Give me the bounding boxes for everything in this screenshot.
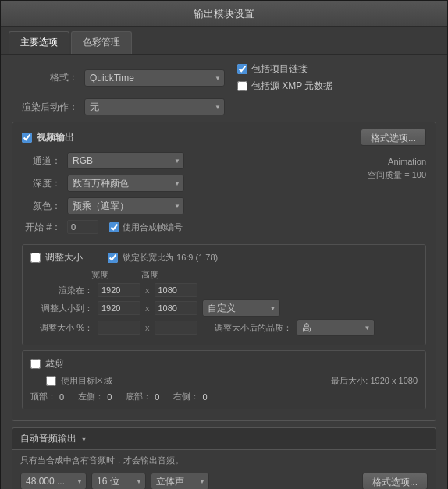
tab-color[interactable]: 色彩管理 [71,31,132,54]
video-format-options-btn[interactable]: 格式选项... [361,129,426,146]
resize-to-height-input[interactable] [155,301,197,315]
render-action-select-wrapper: 无 [84,98,225,115]
video-output-checkbox[interactable] [22,133,32,143]
resize-to-row: 调整大小到： x 自定义 [30,299,418,317]
crop-fields: 顶部： 0 左侧： 0 底部： 0 右侧： 0 [30,391,418,402]
crop-left: 左侧： 0 [78,391,112,402]
start-label: 开始 #： [22,221,61,234]
title-bar: 输出模块设置 [1,1,447,27]
format-label: 格式： [12,71,78,84]
audio-section: 只有当合成中含有音频时，才会输出音频。 48.000 ... 16 位 [12,449,436,489]
crop-top-value: 0 [59,392,64,402]
depth-row: 深度： 数百万种颜色 [22,175,340,192]
color-label: 颜色： [22,200,61,213]
crop-bottom-label: 底部： [126,391,151,402]
animation-line1: Animation [348,155,426,168]
render-action-select[interactable]: 无 [84,98,225,115]
crop-top: 顶部： 0 [30,391,64,402]
audio-bar-label: 自动音频输出 [20,432,76,445]
resize-to-x-sep: x [145,303,150,313]
include-xmp-row: 包括源 XMP 元数据 [237,80,332,93]
resize-checkbox[interactable] [30,253,41,263]
window-title: 输出模块设置 [194,8,254,19]
crop-right-label: 右侧： [173,391,199,402]
audio-bar: 自动音频输出 ▼ [12,427,436,449]
include-project-link-label: 包括项目链接 [251,62,308,76]
depth-select[interactable]: 数百万种颜色 [67,175,184,192]
include-project-link-row: 包括项目链接 [237,62,332,76]
window: 输出模块设置 主要选项 色彩管理 格式： QuickTime 包括项目链接 [0,0,448,489]
crop-header-row: 裁剪 [30,357,418,370]
channel-select-wrapper: RGB [67,152,184,169]
video-left: 通道： RGB 深度： 数百万种颜色 [22,152,340,239]
depth-label: 深度： [22,177,61,190]
include-xmp-checkbox[interactable] [237,81,247,91]
width-header: 宽度 [91,269,108,281]
resize-header-row: 调整大小 锁定长宽比为 16:9 (1.78) [30,251,418,264]
video-output-title: 视频输出 [37,131,74,144]
resize-method-wrapper: 自定义 [202,299,280,317]
render-height-input[interactable] [155,283,197,297]
color-select[interactable]: 预乘（遮罩） [67,197,184,214]
render-x-sep: x [145,285,150,295]
quality-select-wrapper: 高 [297,319,375,336]
audio-note: 只有当合成中含有音频时，才会输出音频。 [20,455,428,466]
format-row: 格式： QuickTime 包括项目链接 包括源 XMP 元数据 [12,62,436,93]
channel-label: 通道： [22,154,61,168]
use-target-checkbox[interactable] [46,376,56,386]
crop-left-label: 左侧： [78,391,104,402]
format-select[interactable]: QuickTime [84,69,225,87]
use-target-label: 使用目标区域 [61,375,112,387]
lock-label: 锁定长宽比为 16:9 (1.78) [123,252,218,264]
start-input[interactable] [67,220,98,234]
crop-right: 右侧： 0 [173,391,207,402]
start-row: 开始 #： 使用合成帧编号 [22,220,340,234]
audio-dropdown-icon[interactable]: ▼ [80,435,87,443]
resize-method-select[interactable]: 自定义 [202,299,280,317]
resize-pct-x-sep: x [145,323,150,332]
video-content: 通道： RGB 深度： 数百万种颜色 [22,152,426,239]
resize-pct-height-input[interactable] [155,321,197,335]
video-output-section: 视频输出 格式选项... 通道： RGB [12,122,436,421]
include-project-link-checkbox[interactable] [237,64,247,74]
color-row: 颜色： 预乘（遮罩） [22,197,340,214]
format-select-wrapper: QuickTime [84,69,225,87]
crop-right-value: 0 [202,392,207,402]
quality-select[interactable]: 高 [297,319,375,336]
channels-select[interactable]: 立体声 [151,473,209,489]
crop-top-label: 顶部： [30,391,56,402]
resize-section: 调整大小 锁定长宽比为 16:9 (1.78) 宽度 高度 渲染在： x [22,244,426,345]
resize-pct-row: 调整大小 %： x 调整大小后的品质： 高 [30,319,418,336]
audio-controls: 48.000 ... 16 位 立体声 格式选项... [20,473,428,489]
height-header: 高度 [141,269,158,281]
render-width-input[interactable] [98,283,140,297]
channel-select[interactable]: RGB [67,152,184,169]
resize-pct-label: 调整大小 %： [30,322,93,334]
include-xmp-label: 包括源 XMP 元数据 [251,80,332,93]
resize-pct-width-input[interactable] [98,321,140,335]
bit-depth-select[interactable]: 16 位 [91,473,146,489]
depth-select-wrapper: 数百万种颜色 [67,175,184,192]
animation-line2: 空间质量 = 100 [348,168,426,182]
resize-to-width-input[interactable] [98,301,140,315]
audio-format-options-btn[interactable]: 格式选项... [362,473,428,489]
channel-row: 通道： RGB [22,152,340,169]
animation-info: Animation 空间质量 = 100 [348,152,426,239]
use-comp-checkbox[interactable] [109,222,119,232]
tab-main[interactable]: 主要选项 [9,31,69,54]
sample-rate-select[interactable]: 48.000 ... [20,473,87,489]
video-section-header: 视频输出 格式选项... [22,129,426,146]
render-in-row: 渲染在： x [30,283,418,297]
audio-container: 自动音频输出 ▼ 只有当合成中含有音频时，才会输出音频。 48.000 ... … [12,427,436,489]
lock-aspect-checkbox[interactable] [108,253,118,263]
crop-checkbox[interactable] [30,359,41,369]
quality-label: 调整大小后的品质： [215,322,292,334]
crop-left-value: 0 [107,392,112,402]
crop-bottom: 底部： 0 [126,391,159,402]
render-action-row: 渲染后动作： 无 [12,98,436,115]
resize-to-label: 调整大小到： [30,303,93,314]
sample-rate-wrapper: 48.000 ... [20,473,87,489]
right-checkboxes: 包括项目链接 包括源 XMP 元数据 [237,62,332,93]
crop-title: 裁剪 [45,357,64,370]
last-size: 最后大小: 1920 x 1080 [331,375,418,387]
